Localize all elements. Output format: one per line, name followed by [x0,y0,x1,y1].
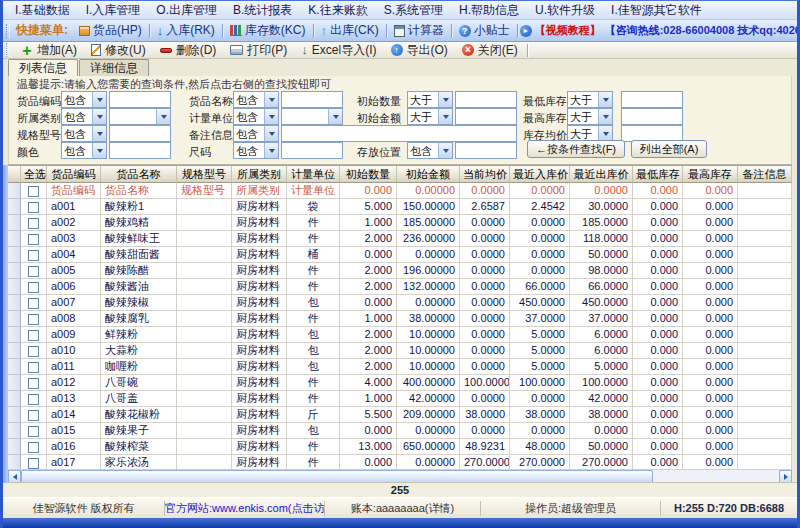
filter-op-select[interactable]: 大于 [407,108,453,125]
menu-item[interactable]: O.出库管理 [148,2,225,19]
quick-button[interactable]: 出库(CK) [316,22,384,39]
table-row[interactable]: a001酸辣粉1厨房材料袋5.000150.000002.65872.45423… [8,199,792,215]
scroll-right-icon[interactable] [779,470,792,482]
quick-button[interactable]: 入库(RK) [152,22,220,39]
column-header[interactable]: 最近入库价 [510,166,570,183]
toolbar-button[interactable]: 增加(A) [14,42,84,59]
row-checkbox[interactable] [28,186,39,197]
tab[interactable]: 列表信息 [8,59,78,76]
grid-filter-row[interactable]: 货品编码货品名称规格型号所属类别计量单位0.0000.000000.00000.… [8,183,792,199]
row-checkbox[interactable] [28,458,39,469]
filter-value-select[interactable] [281,108,343,125]
row-checkbox[interactable] [28,362,39,373]
menu-item[interactable]: B.统计报表 [225,2,300,19]
filter-op-select[interactable]: 包含 [233,91,279,108]
filter-op-select[interactable]: 包含 [61,91,107,108]
row-checkbox[interactable] [28,218,39,229]
row-checkbox[interactable] [28,250,39,261]
status-website-link[interactable]: 官方网站:www.enkis.com(点击访问) [165,501,325,516]
menu-item[interactable]: S.系统管理 [376,2,451,19]
filter-value-input[interactable] [455,108,517,125]
toolbar-button[interactable]: 修改(U) [84,42,153,59]
scrollbar-thumb[interactable] [21,470,653,482]
status-account[interactable]: 账本:aaaaaaaa(详情) [325,501,481,516]
filter-op-select[interactable]: 大于 [407,91,453,108]
column-header[interactable]: 最低库存 [633,166,683,183]
table-row[interactable]: a008酸辣腐乳厨房材料件1.00038.000000.000037.00003… [8,311,792,327]
filter-value-input[interactable] [109,142,171,159]
column-header[interactable]: 备注信息 [738,166,792,183]
filter-value-input[interactable] [109,125,171,142]
filter-op-select[interactable]: 大于 [567,108,613,125]
filter-value-input[interactable] [109,91,171,108]
column-header[interactable]: 初始数量 [340,166,397,183]
row-checkbox[interactable] [28,346,39,357]
row-checkbox[interactable] [28,202,39,213]
row-checkbox[interactable] [28,410,39,421]
row-checkbox[interactable] [28,426,39,437]
column-header[interactable]: 货品名称 [101,166,177,183]
table-row[interactable]: a005酸辣陈醋厨房材料件2.000196.000000.00000.00009… [8,263,792,279]
hotline-link[interactable]: 【咨询热线:028-66004008 技术qq:402603(点击交谈)】 [605,23,797,38]
filter-value-input[interactable] [455,142,517,159]
column-header[interactable]: 所属类别 [232,166,287,183]
table-row[interactable]: a007酸辣辣椒厨房材料包0.0000.000000.0000450.00004… [8,295,792,311]
table-row[interactable]: a009鲜辣粉厨房材料包2.00010.000000.00005.00006.0… [8,327,792,343]
row-checkbox[interactable] [28,314,39,325]
column-header[interactable]: 最近出库价 [570,166,633,183]
table-row[interactable]: a015酸辣果子厨房材料包0.0000.000000.00000.00000.0… [8,423,792,439]
column-header[interactable]: 最高库存 [683,166,738,183]
filter-value-input[interactable] [621,108,683,125]
filter-op-select[interactable]: 包含 [407,142,453,159]
quick-button[interactable]: 小贴士 [454,22,515,39]
scroll-left-icon[interactable] [8,470,21,482]
row-checkbox[interactable] [28,394,39,405]
quick-button[interactable]: 货品(HP) [74,22,147,39]
filter-value-input[interactable] [281,142,343,159]
filter-op-select[interactable]: 包含 [61,142,107,159]
table-row[interactable]: a002酸辣鸡精厨房材料件1.000185.000000.00000.00001… [8,215,792,231]
video-tutorial-link[interactable]: 【视频教程】 [535,23,601,38]
column-header[interactable]: 全选 [21,166,47,183]
toolbar-button[interactable]: Excel导入(I) [294,42,383,59]
row-checkbox[interactable] [28,442,39,453]
column-header[interactable]: 货品编码 [47,166,101,183]
table-row[interactable]: a011咖喱粉厨房材料包2.00010.000000.00005.00005.0… [8,359,792,375]
table-row[interactable]: a012八哥碗厨房材料件4.000400.00000100.0000100.00… [8,375,792,391]
filter-op-select[interactable]: 包含 [61,125,107,142]
horizontal-scrollbar[interactable] [8,469,792,482]
column-header[interactable]: 计量单位 [287,166,340,183]
row-checkbox[interactable] [28,298,39,309]
toolbar-button[interactable]: 关闭(E) [455,42,525,59]
search-by-condition-button[interactable]: ←按条件查找(F) [527,140,625,158]
row-checkbox[interactable] [28,330,39,341]
tab[interactable]: 详细信息 [79,59,149,76]
table-row[interactable]: a016酸辣榨菜厨房材料件13.000650.0000048.923148.00… [8,439,792,455]
menu-item[interactable]: K.往来账款 [300,2,375,19]
filter-value-select[interactable] [109,108,171,125]
menu-item[interactable]: I.入库管理 [78,2,149,19]
filter-op-select[interactable]: 包含 [233,125,279,142]
filter-op-select[interactable]: 包含 [233,108,279,125]
row-checkbox[interactable] [28,234,39,245]
row-checkbox[interactable] [28,266,39,277]
toolbar-button[interactable]: 删除(D) [153,42,224,59]
filter-value-input[interactable] [281,125,517,142]
column-header[interactable]: 初始金额 [397,166,460,183]
table-row[interactable]: a010大蒜粉厨房材料包2.00010.000000.00005.00006.0… [8,343,792,359]
menu-item[interactable]: H.帮助信息 [451,2,527,19]
table-row[interactable]: a014酸辣花椒粉厨房材料斤5.500209.0000038.000038.00… [8,407,792,423]
filter-value-input[interactable] [455,91,517,108]
column-header[interactable]: 当前均价 [460,166,510,183]
menu-item[interactable]: U.软件升级 [527,2,603,19]
row-checkbox[interactable] [28,378,39,389]
table-row[interactable]: a003酸辣鲜味王厨房材料件2.000236.000000.00000.0000… [8,231,792,247]
filter-value-input[interactable] [281,91,343,108]
row-checkbox[interactable] [28,282,39,293]
menu-item[interactable]: I.佳智源其它软件 [603,2,710,19]
list-all-button[interactable]: 列出全部(A) [631,140,707,158]
menu-item[interactable]: I.基础数据 [7,2,78,19]
table-row[interactable]: a006酸辣酱油厨房材料件2.000132.000000.000066.0000… [8,279,792,295]
quick-button[interactable]: 库存数(KC) [225,22,311,39]
toolbar-button[interactable]: 打印(P) [223,42,294,59]
